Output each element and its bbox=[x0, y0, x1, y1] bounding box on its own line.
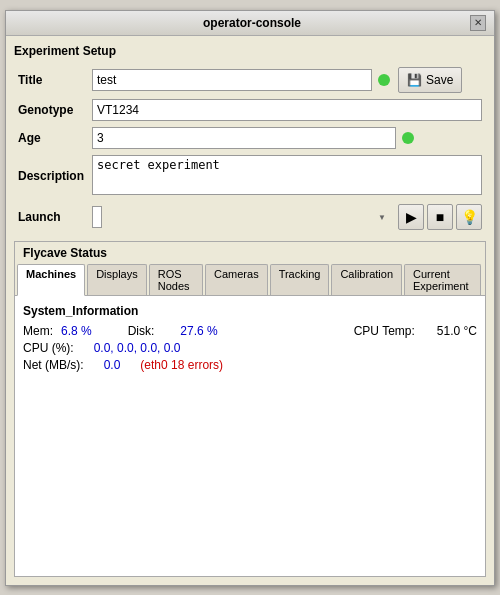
launch-row: Launch ▶ bbox=[14, 201, 486, 233]
age-input-cell bbox=[88, 124, 486, 152]
mem-disk-temp-row: Mem: 6.8 % Disk: 27.6 % CPU Temp: 51.0 °… bbox=[23, 324, 477, 338]
flycave-header: Flycave Status bbox=[15, 242, 485, 262]
launch-label: Launch bbox=[14, 201, 88, 233]
net-value: 0.0 bbox=[104, 358, 121, 372]
save-cell: 💾 Save bbox=[394, 64, 486, 96]
description-label: Description bbox=[14, 152, 88, 201]
net-error: (eth0 18 errors) bbox=[140, 358, 223, 372]
age-indicator bbox=[402, 132, 414, 144]
system-info-header: System_Information bbox=[23, 304, 477, 318]
stop-button[interactable]: ■ bbox=[427, 204, 453, 230]
tab-ros-nodes[interactable]: ROS Nodes bbox=[149, 264, 203, 295]
mem-value: 6.8 % bbox=[61, 324, 92, 338]
description-input[interactable]: secret experiment bbox=[92, 155, 482, 195]
age-row: Age bbox=[14, 124, 486, 152]
genotype-label: Genotype bbox=[14, 96, 88, 124]
age-input[interactable] bbox=[92, 127, 396, 149]
age-label: Age bbox=[14, 124, 88, 152]
tab-content-machines: System_Information Mem: 6.8 % Disk: 27.6… bbox=[15, 296, 485, 576]
save-button[interactable]: 💾 Save bbox=[398, 67, 462, 93]
mem-label: Mem: bbox=[23, 324, 53, 338]
title-indicator bbox=[378, 74, 390, 86]
description-row: Description secret experiment bbox=[14, 152, 486, 201]
title-input-group bbox=[92, 69, 390, 91]
cpu-label: CPU (%): bbox=[23, 341, 74, 355]
close-button[interactable]: ✕ bbox=[470, 15, 486, 31]
disk-value: 27.6 % bbox=[180, 324, 217, 338]
age-input-group bbox=[92, 127, 482, 149]
close-icon: ✕ bbox=[474, 17, 482, 28]
flycave-section: Flycave Status Machines Displays ROS Nod… bbox=[14, 241, 486, 577]
window-content: Experiment Setup Title 💾 Save bbox=[6, 36, 494, 585]
launch-buttons-cell: ▶ ■ 💡 bbox=[394, 201, 486, 233]
launch-control-group bbox=[92, 206, 390, 228]
experiment-form: Title 💾 Save Genotype bbox=[14, 64, 486, 233]
launch-select[interactable] bbox=[92, 206, 102, 228]
titlebar: operator-console ✕ bbox=[6, 11, 494, 36]
launch-buttons: ▶ ■ 💡 bbox=[398, 204, 482, 230]
light-button[interactable]: 💡 bbox=[456, 204, 482, 230]
tab-tracking[interactable]: Tracking bbox=[270, 264, 330, 295]
cpu-row: CPU (%): 0.0, 0.0, 0.0, 0.0 bbox=[23, 341, 477, 355]
experiment-setup-header: Experiment Setup bbox=[14, 44, 486, 58]
tab-displays[interactable]: Displays bbox=[87, 264, 147, 295]
title-input[interactable] bbox=[92, 69, 372, 91]
cpu-value: 0.0, 0.0, 0.0, 0.0 bbox=[94, 341, 181, 355]
window-title: operator-console bbox=[34, 16, 470, 30]
launch-input-cell bbox=[88, 201, 394, 233]
light-icon: 💡 bbox=[461, 209, 478, 225]
stop-icon: ■ bbox=[436, 209, 444, 225]
net-row: Net (MB/s): 0.0 (eth0 18 errors) bbox=[23, 358, 477, 372]
disk-label: Disk: bbox=[128, 324, 155, 338]
genotype-row: Genotype bbox=[14, 96, 486, 124]
play-button[interactable]: ▶ bbox=[398, 204, 424, 230]
genotype-input-cell bbox=[88, 96, 486, 124]
title-input-cell bbox=[88, 64, 394, 96]
genotype-input[interactable] bbox=[92, 99, 482, 121]
title-row: Title 💾 Save bbox=[14, 64, 486, 96]
net-label: Net (MB/s): bbox=[23, 358, 84, 372]
main-window: operator-console ✕ Experiment Setup Titl… bbox=[5, 10, 495, 586]
tab-machines[interactable]: Machines bbox=[17, 264, 85, 296]
cpu-temp-label: CPU Temp: bbox=[354, 324, 415, 338]
tab-current-experiment[interactable]: Current Experiment bbox=[404, 264, 481, 295]
tabs-bar: Machines Displays ROS Nodes Cameras Trac… bbox=[15, 262, 485, 296]
tab-calibration[interactable]: Calibration bbox=[331, 264, 402, 295]
save-label: Save bbox=[426, 73, 453, 87]
play-icon: ▶ bbox=[406, 209, 417, 225]
cpu-temp-value: 51.0 °C bbox=[437, 324, 477, 338]
save-icon: 💾 bbox=[407, 73, 422, 87]
launch-select-wrapper bbox=[92, 206, 390, 228]
tab-cameras[interactable]: Cameras bbox=[205, 264, 268, 295]
title-label: Title bbox=[14, 64, 88, 96]
description-input-cell: secret experiment bbox=[88, 152, 486, 201]
